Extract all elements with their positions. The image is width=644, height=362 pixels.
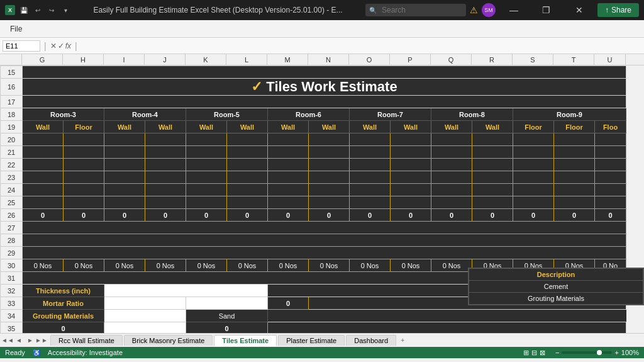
tab-tiles-estimate[interactable]: Tiles Estimate: [214, 335, 277, 346]
cell-22-13[interactable]: [513, 159, 554, 171]
undo-icon[interactable]: ↩: [33, 5, 43, 15]
zero-26-13[interactable]: 0: [513, 209, 554, 222]
col-header-h[interactable]: H: [63, 54, 104, 65]
cell-17[interactable]: [23, 96, 626, 108]
nos-30-3[interactable]: 0 Nos: [104, 259, 145, 272]
tab-rcc-wall[interactable]: Rcc Wall Estimate: [50, 335, 123, 346]
cell-25-13[interactable]: [513, 196, 554, 209]
cell-20-15[interactable]: [595, 133, 626, 146]
close-button[interactable]: ✕: [565, 0, 594, 20]
col-header-q[interactable]: Q: [431, 54, 472, 65]
cell-20-1[interactable]: [23, 133, 64, 146]
col-header-p[interactable]: P: [390, 54, 431, 65]
cell-22-11[interactable]: [431, 159, 472, 171]
cell-24-4[interactable]: [145, 184, 186, 196]
cell-24-13[interactable]: [513, 184, 554, 196]
mortar-input[interactable]: [104, 297, 186, 310]
nos-30-6[interactable]: 0 Nos: [227, 259, 268, 272]
col-header-j[interactable]: J: [145, 54, 186, 65]
confirm-formula-icon[interactable]: ✓: [58, 42, 64, 50]
cell-23-11[interactable]: [431, 171, 472, 184]
cell-15[interactable]: [23, 66, 626, 79]
cell-21-6[interactable]: [227, 146, 268, 159]
cell-25-7[interactable]: [268, 196, 309, 209]
sand-zero[interactable]: 0: [186, 322, 268, 334]
cell-25-15[interactable]: [595, 196, 626, 209]
minimize-button[interactable]: —: [499, 0, 528, 20]
cell-25-6[interactable]: [227, 196, 268, 209]
zero-26-12[interactable]: 0: [472, 209, 513, 222]
nos-30-4[interactable]: 0 Nos: [145, 259, 186, 272]
zero-26-4[interactable]: 0: [145, 209, 186, 222]
cell-21-13[interactable]: [513, 146, 554, 159]
cell-24-7[interactable]: [268, 184, 309, 196]
col-header-r[interactable]: R: [472, 54, 513, 65]
cell-24-10[interactable]: [391, 184, 431, 196]
cell-22-6[interactable]: [227, 159, 268, 171]
col-header-i[interactable]: I: [104, 54, 145, 65]
nos-30-9[interactable]: 0 Nos: [350, 259, 391, 272]
col-header-o[interactable]: O: [349, 54, 390, 65]
page-layout-button[interactable]: ⊟: [531, 349, 537, 357]
nos-30-1[interactable]: 0 Nos: [23, 259, 64, 272]
col-header-k[interactable]: K: [186, 54, 226, 65]
mortar-input-2[interactable]: [186, 297, 268, 310]
cell-21-14[interactable]: [554, 146, 595, 159]
cell-23-2[interactable]: [64, 171, 104, 184]
cell-21-1[interactable]: [23, 146, 64, 159]
ribbon-tab-file[interactable]: File: [5, 22, 27, 36]
cell-25-14[interactable]: [554, 196, 595, 209]
cell-21-12[interactable]: [472, 146, 513, 159]
cell-22-10[interactable]: [391, 159, 431, 171]
cell-22-1[interactable]: [23, 159, 64, 171]
col-header-u[interactable]: U: [594, 54, 626, 65]
cell-20-9[interactable]: [350, 133, 391, 146]
cell-21-4[interactable]: [145, 146, 186, 159]
cell-21-3[interactable]: [104, 146, 145, 159]
zoom-in-button[interactable]: +: [614, 349, 618, 356]
cell-22-14[interactable]: [554, 159, 595, 171]
cell-25-8[interactable]: [309, 196, 350, 209]
cell-24-11[interactable]: [431, 184, 472, 196]
cell-23-9[interactable]: [350, 171, 391, 184]
cell-22-12[interactable]: [472, 159, 513, 171]
nos-30-11[interactable]: 0 Nos: [431, 259, 472, 272]
cell-24-1[interactable]: [23, 184, 64, 196]
cell-22-15[interactable]: [595, 159, 626, 171]
cell-22-4[interactable]: [145, 159, 186, 171]
cell-20-11[interactable]: [431, 133, 472, 146]
cell-22-9[interactable]: [350, 159, 391, 171]
grouting-zero[interactable]: 0: [23, 322, 104, 334]
nos-30-5[interactable]: 0 Nos: [186, 259, 227, 272]
cell-27[interactable]: [23, 222, 626, 234]
sand-input[interactable]: [104, 322, 186, 334]
cell-20-4[interactable]: [145, 133, 186, 146]
search-input[interactable]: [365, 4, 466, 16]
cell-20-6[interactable]: [227, 133, 268, 146]
cell-20-3[interactable]: [104, 133, 145, 146]
cell-20-2[interactable]: [64, 133, 104, 146]
col-header-s[interactable]: S: [513, 54, 553, 65]
col-header-n[interactable]: N: [308, 54, 349, 65]
cell-23-15[interactable]: [595, 171, 626, 184]
cell-23-12[interactable]: [472, 171, 513, 184]
cell-24-14[interactable]: [554, 184, 595, 196]
cell-25-11[interactable]: [431, 196, 472, 209]
cell-20-13[interactable]: [513, 133, 554, 146]
nos-30-2[interactable]: 0 Nos: [64, 259, 104, 272]
cell-25-5[interactable]: [186, 196, 227, 209]
cell-22-5[interactable]: [186, 159, 227, 171]
cell-22-7[interactable]: [268, 159, 309, 171]
zero-26-2[interactable]: 0: [64, 209, 104, 222]
cell-reference-input[interactable]: [3, 40, 40, 52]
cell-22-3[interactable]: [104, 159, 145, 171]
cell-20-14[interactable]: [554, 133, 595, 146]
formula-input[interactable]: [81, 42, 641, 50]
cell-24-12[interactable]: [472, 184, 513, 196]
tab-last-button[interactable]: ►►: [36, 336, 47, 346]
cell-23-7[interactable]: [268, 171, 309, 184]
cell-24-5[interactable]: [186, 184, 227, 196]
zero-26-5[interactable]: 0: [186, 209, 227, 222]
cell-25-9[interactable]: [350, 196, 391, 209]
cell-20-7[interactable]: [268, 133, 309, 146]
